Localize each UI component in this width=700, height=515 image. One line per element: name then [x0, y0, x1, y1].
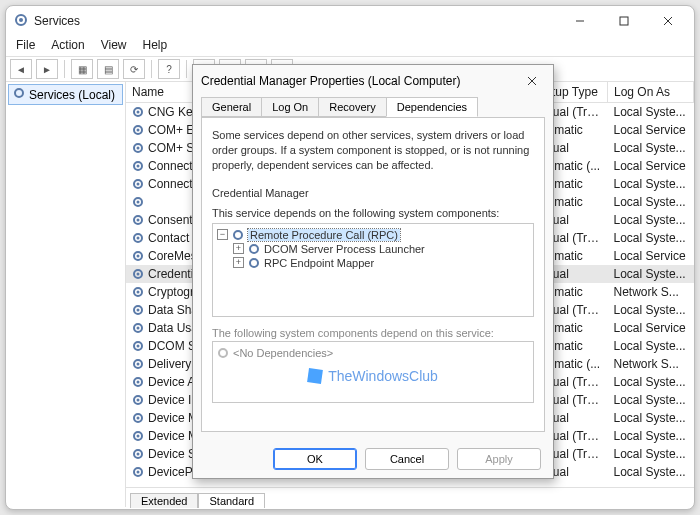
cancel-button[interactable]: Cancel — [365, 448, 449, 470]
view-tabs: Extended Standard — [126, 487, 694, 507]
tab-general[interactable]: General — [201, 97, 262, 117]
gear-icon — [132, 466, 144, 478]
gear-icon — [132, 304, 144, 316]
back-button[interactable]: ◄ — [10, 59, 32, 79]
service-logon: Local Service — [608, 157, 694, 175]
gear-icon — [132, 124, 144, 136]
service-logon: Local Syste... — [608, 391, 694, 409]
gear-icon — [132, 178, 144, 190]
tab-dependencies[interactable]: Dependencies — [386, 97, 478, 117]
depends-on-tree[interactable]: − Remote Procedure Call (RPC) + DCOM Ser… — [212, 223, 534, 317]
maximize-button[interactable] — [602, 7, 646, 35]
svg-point-14 — [137, 165, 140, 168]
tab-recovery[interactable]: Recovery — [318, 97, 386, 117]
service-logon: Network S... — [608, 355, 694, 373]
watermark-icon — [307, 368, 323, 384]
toolbar-separator — [64, 60, 65, 78]
gear-icon — [132, 106, 144, 118]
watermark-text: TheWindowsClub — [328, 368, 438, 384]
collapse-icon[interactable]: − — [217, 229, 228, 240]
menu-action[interactable]: Action — [51, 38, 84, 52]
tree-node-label: Remote Procedure Call (RPC) — [248, 229, 400, 241]
menubar: File Action View Help — [6, 36, 694, 56]
column-header-logon[interactable]: Log On As — [608, 82, 694, 103]
service-logon: Local Syste... — [608, 373, 694, 391]
svg-point-18 — [137, 201, 140, 204]
minimize-button[interactable] — [558, 7, 602, 35]
dependencies-panel: Some services depend on other services, … — [201, 117, 545, 432]
tree-node-rpc-mapper[interactable]: + RPC Endpoint Mapper — [217, 256, 529, 270]
gear-icon — [132, 232, 144, 244]
svg-point-46 — [137, 453, 140, 456]
no-dependencies-label: <No Dependencies> — [233, 347, 333, 359]
svg-point-32 — [137, 327, 140, 330]
svg-point-24 — [137, 255, 140, 258]
tree-node-label: RPC Endpoint Mapper — [264, 257, 374, 269]
tree-root-label: Services (Local) — [29, 88, 115, 102]
gear-icon — [232, 229, 244, 241]
svg-point-34 — [137, 345, 140, 348]
svg-point-44 — [137, 435, 140, 438]
svg-point-8 — [137, 111, 140, 114]
tree-node-dcom[interactable]: + DCOM Server Process Launcher — [217, 242, 529, 256]
dialog-title: Credential Manager Properties (Local Com… — [201, 74, 460, 88]
forward-button[interactable]: ► — [36, 59, 58, 79]
dependencies-description: Some services depend on other services, … — [212, 128, 534, 173]
service-logon: Local Syste... — [608, 193, 694, 211]
svg-rect-3 — [620, 17, 628, 25]
tab-extended[interactable]: Extended — [130, 493, 198, 508]
service-logon: Local Service — [608, 121, 694, 139]
svg-point-16 — [137, 183, 140, 186]
gear-icon — [132, 160, 144, 172]
titlebar[interactable]: Services — [6, 6, 694, 36]
menu-help[interactable]: Help — [143, 38, 168, 52]
refresh-button[interactable]: ⟳ — [123, 59, 145, 79]
svg-point-51 — [234, 231, 242, 239]
gear-icon — [217, 347, 229, 359]
svg-point-38 — [137, 381, 140, 384]
service-logon: Local Syste... — [608, 337, 694, 355]
help-button[interactable]: ? — [158, 59, 180, 79]
service-logon: Local Syste... — [608, 409, 694, 427]
svg-point-52 — [250, 245, 258, 253]
service-logon: Local Service — [608, 319, 694, 337]
gear-icon — [132, 196, 144, 208]
show-hide-button[interactable]: ▦ — [71, 59, 93, 79]
gear-icon — [132, 268, 144, 280]
tree-node-label: DCOM Server Process Launcher — [264, 243, 425, 255]
svg-point-22 — [137, 237, 140, 240]
gear-icon — [132, 376, 144, 388]
gear-icon — [132, 214, 144, 226]
tab-standard[interactable]: Standard — [198, 493, 265, 508]
gear-icon — [248, 243, 260, 255]
tab-logon[interactable]: Log On — [261, 97, 319, 117]
service-logon: Local Syste... — [608, 211, 694, 229]
svg-point-28 — [137, 291, 140, 294]
apply-button[interactable]: Apply — [457, 448, 541, 470]
svg-point-53 — [250, 259, 258, 267]
service-logon: Local Syste... — [608, 265, 694, 283]
service-logon: Local Syste... — [608, 463, 694, 481]
expand-icon[interactable]: + — [233, 257, 244, 268]
toolbar-separator — [186, 60, 187, 78]
menu-view[interactable]: View — [101, 38, 127, 52]
properties-dialog: Credential Manager Properties (Local Com… — [192, 64, 554, 479]
svg-point-30 — [137, 309, 140, 312]
dialog-close-button[interactable] — [519, 71, 545, 91]
tree-root-services-local[interactable]: Services (Local) — [8, 84, 123, 105]
gear-icon — [132, 142, 144, 154]
service-name-label: Credential Manager — [212, 187, 534, 199]
dialog-titlebar[interactable]: Credential Manager Properties (Local Com… — [193, 65, 553, 97]
menu-file[interactable]: File — [16, 38, 35, 52]
service-logon: Local Syste... — [608, 175, 694, 193]
dialog-button-row: OK Cancel Apply — [193, 440, 553, 478]
expand-icon[interactable]: + — [233, 243, 244, 254]
ok-button[interactable]: OK — [273, 448, 357, 470]
close-button[interactable] — [646, 7, 690, 35]
svg-point-20 — [137, 219, 140, 222]
depended-by-label: The following system components depend o… — [212, 327, 534, 339]
svg-point-48 — [137, 471, 140, 474]
service-logon: Local Syste... — [608, 301, 694, 319]
export-button[interactable]: ▤ — [97, 59, 119, 79]
tree-node-rpc[interactable]: − Remote Procedure Call (RPC) — [217, 228, 529, 242]
